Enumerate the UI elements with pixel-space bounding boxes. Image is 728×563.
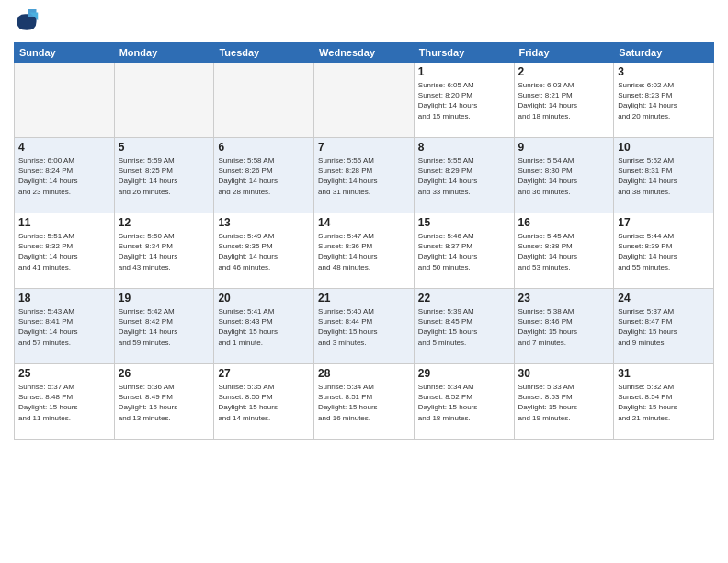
day-info: Sunrise: 5:39 AM Sunset: 8:45 PM Dayligh… [418,306,510,348]
day-number: 7 [318,141,410,154]
calendar-cell: 13Sunrise: 5:49 AM Sunset: 8:35 PM Dayli… [214,213,314,289]
day-info: Sunrise: 5:52 AM Sunset: 8:31 PM Dayligh… [618,155,710,197]
day-info: Sunrise: 5:33 AM Sunset: 8:53 PM Dayligh… [518,382,610,423]
day-number: 23 [518,292,610,304]
day-info: Sunrise: 5:54 AM Sunset: 8:30 PM Dayligh… [518,155,610,197]
calendar-cell: 3Sunrise: 6:02 AM Sunset: 8:23 PM Daylig… [614,63,714,138]
day-number: 24 [618,292,710,304]
calendar-cell: 7Sunrise: 5:56 AM Sunset: 8:28 PM Daylig… [314,138,415,213]
logo [14,9,43,35]
calendar-cell: 18Sunrise: 5:43 AM Sunset: 8:41 PM Dayli… [15,289,115,364]
day-info: Sunrise: 5:36 AM Sunset: 8:49 PM Dayligh… [119,382,210,423]
day-number: 3 [618,65,710,78]
calendar-day-header: Sunday [15,43,115,63]
calendar-cell [15,63,115,138]
day-info: Sunrise: 5:43 AM Sunset: 8:41 PM Dayligh… [18,306,110,348]
day-number: 8 [418,141,510,154]
day-info: Sunrise: 5:37 AM Sunset: 8:47 PM Dayligh… [618,306,710,348]
day-number: 27 [218,367,310,380]
calendar-table: SundayMondayTuesdayWednesdayThursdayFrid… [14,42,714,440]
day-number: 4 [18,141,110,154]
day-number: 28 [318,367,410,380]
calendar-cell: 2Sunrise: 6:03 AM Sunset: 8:21 PM Daylig… [514,63,614,138]
day-info: Sunrise: 5:42 AM Sunset: 8:42 PM Dayligh… [119,306,210,348]
day-number: 16 [518,216,610,229]
calendar-week-row: 1Sunrise: 6:05 AM Sunset: 8:20 PM Daylig… [15,63,714,138]
day-number: 11 [18,216,110,229]
day-info: Sunrise: 5:37 AM Sunset: 8:48 PM Dayligh… [18,382,110,423]
calendar-cell: 1Sunrise: 6:05 AM Sunset: 8:20 PM Daylig… [414,63,514,138]
day-number: 30 [518,367,610,380]
day-number: 21 [318,292,410,304]
calendar-header-row: SundayMondayTuesdayWednesdayThursdayFrid… [15,43,714,63]
day-info: Sunrise: 5:47 AM Sunset: 8:36 PM Dayligh… [318,231,410,272]
day-info: Sunrise: 5:45 AM Sunset: 8:38 PM Dayligh… [518,231,610,272]
day-info: Sunrise: 5:49 AM Sunset: 8:35 PM Dayligh… [218,231,310,272]
day-number: 9 [518,141,610,154]
calendar-cell: 21Sunrise: 5:40 AM Sunset: 8:44 PM Dayli… [314,289,415,364]
day-number: 1 [418,65,510,78]
logo-icon [14,9,40,35]
day-info: Sunrise: 6:00 AM Sunset: 8:24 PM Dayligh… [18,155,110,197]
calendar-cell [314,63,415,138]
day-number: 2 [518,65,610,78]
day-number: 6 [218,141,310,154]
calendar-cell: 19Sunrise: 5:42 AM Sunset: 8:42 PM Dayli… [114,289,214,364]
calendar-cell: 26Sunrise: 5:36 AM Sunset: 8:49 PM Dayli… [114,364,214,440]
calendar-day-header: Wednesday [314,43,415,63]
day-info: Sunrise: 5:32 AM Sunset: 8:54 PM Dayligh… [618,382,710,423]
calendar-day-header: Thursday [414,43,514,63]
day-info: Sunrise: 5:51 AM Sunset: 8:32 PM Dayligh… [18,231,110,272]
calendar-cell: 10Sunrise: 5:52 AM Sunset: 8:31 PM Dayli… [614,138,714,213]
day-number: 18 [18,292,110,304]
day-info: Sunrise: 5:56 AM Sunset: 8:28 PM Dayligh… [318,155,410,197]
calendar-cell [114,63,214,138]
day-number: 14 [318,216,410,229]
day-info: Sunrise: 5:38 AM Sunset: 8:46 PM Dayligh… [518,306,610,348]
day-number: 10 [618,141,710,154]
calendar-cell: 12Sunrise: 5:50 AM Sunset: 8:34 PM Dayli… [114,213,214,289]
day-info: Sunrise: 5:58 AM Sunset: 8:26 PM Dayligh… [218,155,310,197]
day-info: Sunrise: 5:41 AM Sunset: 8:43 PM Dayligh… [218,306,310,348]
day-info: Sunrise: 6:02 AM Sunset: 8:23 PM Dayligh… [618,80,710,121]
calendar-day-header: Saturday [614,43,714,63]
calendar-cell: 16Sunrise: 5:45 AM Sunset: 8:38 PM Dayli… [514,213,614,289]
day-number: 22 [418,292,510,304]
calendar-cell [214,63,314,138]
calendar-cell: 9Sunrise: 5:54 AM Sunset: 8:30 PM Daylig… [514,138,614,213]
day-info: Sunrise: 5:59 AM Sunset: 8:25 PM Dayligh… [119,155,210,197]
day-info: Sunrise: 5:55 AM Sunset: 8:29 PM Dayligh… [418,155,510,197]
calendar-week-row: 25Sunrise: 5:37 AM Sunset: 8:48 PM Dayli… [15,364,714,440]
calendar-cell: 22Sunrise: 5:39 AM Sunset: 8:45 PM Dayli… [414,289,514,364]
day-info: Sunrise: 6:03 AM Sunset: 8:21 PM Dayligh… [518,80,610,121]
calendar-cell: 20Sunrise: 5:41 AM Sunset: 8:43 PM Dayli… [214,289,314,364]
day-number: 29 [418,367,510,380]
calendar-cell: 14Sunrise: 5:47 AM Sunset: 8:36 PM Dayli… [314,213,415,289]
calendar-cell: 23Sunrise: 5:38 AM Sunset: 8:46 PM Dayli… [514,289,614,364]
day-info: Sunrise: 5:50 AM Sunset: 8:34 PM Dayligh… [119,231,210,272]
calendar-cell: 28Sunrise: 5:34 AM Sunset: 8:51 PM Dayli… [314,364,415,440]
calendar-day-header: Monday [114,43,214,63]
calendar-day-header: Tuesday [214,43,314,63]
day-info: Sunrise: 5:34 AM Sunset: 8:51 PM Dayligh… [318,382,410,423]
day-number: 15 [418,216,510,229]
day-number: 12 [119,216,210,229]
calendar-cell: 4Sunrise: 6:00 AM Sunset: 8:24 PM Daylig… [15,138,115,213]
calendar-cell: 8Sunrise: 5:55 AM Sunset: 8:29 PM Daylig… [414,138,514,213]
day-number: 26 [119,367,210,380]
calendar-week-row: 4Sunrise: 6:00 AM Sunset: 8:24 PM Daylig… [15,138,714,213]
calendar-cell: 25Sunrise: 5:37 AM Sunset: 8:48 PM Dayli… [15,364,115,440]
calendar-week-row: 11Sunrise: 5:51 AM Sunset: 8:32 PM Dayli… [15,213,714,289]
page: SundayMondayTuesdayWednesdayThursdayFrid… [0,0,728,563]
day-info: Sunrise: 5:46 AM Sunset: 8:37 PM Dayligh… [418,231,510,272]
calendar-cell: 27Sunrise: 5:35 AM Sunset: 8:50 PM Dayli… [214,364,314,440]
day-info: Sunrise: 5:35 AM Sunset: 8:50 PM Dayligh… [218,382,310,423]
calendar-day-header: Friday [514,43,614,63]
calendar-cell: 11Sunrise: 5:51 AM Sunset: 8:32 PM Dayli… [15,213,115,289]
calendar-cell: 5Sunrise: 5:59 AM Sunset: 8:25 PM Daylig… [114,138,214,213]
header [14,9,714,35]
day-info: Sunrise: 6:05 AM Sunset: 8:20 PM Dayligh… [418,80,510,121]
day-number: 25 [18,367,110,380]
day-info: Sunrise: 5:34 AM Sunset: 8:52 PM Dayligh… [418,382,510,423]
day-number: 31 [618,367,710,380]
